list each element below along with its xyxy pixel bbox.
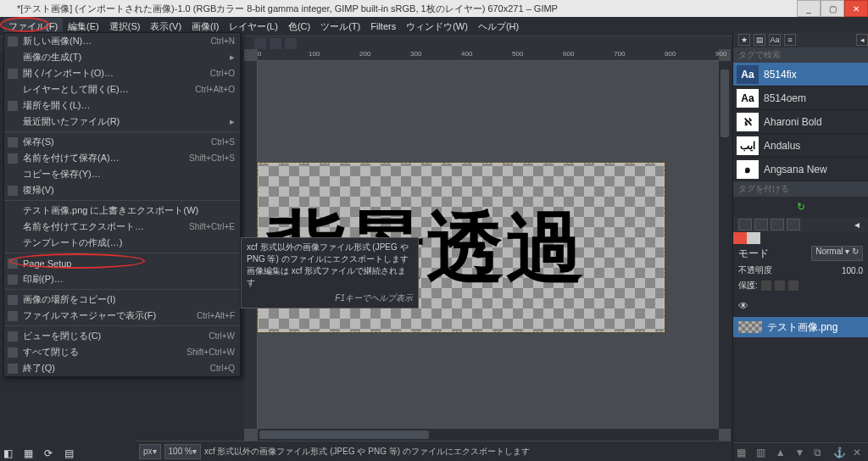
toolbar-icon[interactable] (270, 38, 281, 50)
color-swatches[interactable] (733, 232, 868, 244)
menu-item-icon (8, 275, 18, 285)
font-preview: ℵ (737, 113, 759, 131)
opacity-value[interactable]: 100.0 (842, 266, 863, 275)
lock-alpha-icon[interactable] (788, 280, 798, 291)
menu-item-shortcut: Shift+Ctrl+E (189, 222, 235, 231)
toolbar-icon[interactable] (254, 38, 266, 50)
unit-select[interactable]: px ▾ (139, 444, 161, 459)
tab-icon[interactable]: Aa (769, 34, 781, 46)
menu-item[interactable]: 新しい画像(N)…Ctrl+N (4, 33, 240, 49)
duplicate-layer-icon[interactable]: ⧉ (814, 447, 826, 458)
layer-item[interactable]: テスト画像.png (733, 317, 868, 337)
tab-icon[interactable]: ★ (738, 34, 750, 46)
menu-item[interactable]: 復帰(V) (4, 182, 240, 198)
file-menu-dropdown: 新しい画像(N)…Ctrl+N画像の生成(T)▸開く/インポート(O)…Ctrl… (3, 32, 241, 377)
minimize-button[interactable]: _ (797, 0, 821, 17)
scrollbar-vertical[interactable] (719, 61, 731, 429)
font-item[interactable]: Aa8514fix (733, 63, 868, 86)
menu-ツール[interactable]: ツール(T) (315, 18, 365, 36)
merge-layer-icon[interactable]: ⚓ (833, 447, 845, 458)
menu-item[interactable]: 最近開いたファイル(R)▸ (4, 114, 240, 130)
font-preview: ايب (737, 136, 759, 155)
menu-item-icon (8, 331, 18, 342)
font-preview: Aa (737, 89, 759, 108)
menu-filters[interactable]: Filters (365, 19, 401, 34)
submenu-arrow-icon: ▸ (230, 52, 235, 63)
menu-item-icon (8, 347, 18, 358)
mode-select[interactable]: Normal ▾ ↻ (811, 246, 863, 261)
tag-add[interactable]: タグを付ける (733, 181, 868, 197)
menu-item[interactable]: 場所を開く(L)… (4, 97, 240, 114)
font-preview: Aa (737, 65, 759, 84)
close-button[interactable]: ✕ (844, 0, 868, 17)
maximize-button[interactable]: ▢ (821, 0, 844, 17)
menu-item[interactable]: ビューを閉じる(C)Ctrl+W (4, 328, 240, 344)
font-item[interactable]: ايبAndalus (733, 134, 868, 158)
layer-group-icon[interactable]: ▥ (756, 447, 768, 458)
lower-layer-icon[interactable]: ▼ (794, 447, 806, 458)
menu-item[interactable]: Page Setup (4, 255, 240, 271)
font-item[interactable]: ๑Angsana New (733, 158, 868, 181)
layer-buttons: ▦ ▥ ▲ ▼ ⧉ ⚓ ✕ (733, 442, 868, 461)
tool-icon[interactable]: ◧ (3, 447, 15, 459)
tab-paths-icon[interactable] (771, 219, 784, 230)
protect-label: 保護: (738, 280, 758, 292)
menu-item-label: 終了(Q) (23, 362, 55, 375)
tool-icon[interactable]: ▤ (64, 447, 76, 459)
menu-item[interactable]: コピーを保存(Y)… (4, 166, 240, 182)
menu-item-label: Page Setup (23, 258, 72, 269)
menu-item[interactable]: 画像の生成(T)▸ (4, 49, 240, 65)
menu-item-shortcut: Ctrl+W (209, 331, 235, 341)
layer-list[interactable]: 👁 テスト画像.png (733, 293, 868, 442)
menu-item[interactable]: 名前を付けて保存(A)…Shift+Ctrl+S (4, 150, 240, 166)
menu-item-icon (8, 36, 18, 47)
font-item[interactable]: ℵAharoni Bold (733, 110, 868, 134)
font-item[interactable]: Aa8514oem (733, 86, 868, 110)
menu-item-label: 新しい画像(N)… (23, 35, 92, 47)
menu-item[interactable]: 終了(Q)Ctrl+Q (4, 360, 240, 376)
status-message: xcf 形式以外の画像ファイル形式 (JPEG や PNG 等) のファイルにエ… (204, 446, 530, 458)
tab-menu-icon[interactable]: ◂ (856, 34, 868, 46)
menu-item[interactable]: ファイルマネージャーで表示(F)Ctrl+Alt+F (4, 308, 240, 324)
font-list[interactable]: Aa8514fixAa8514oemℵAharoni BoldايبAndalu… (733, 63, 868, 181)
tab-layers-icon[interactable] (738, 219, 752, 230)
refresh-button[interactable]: ↻ (733, 197, 868, 217)
menu-item-icon (8, 258, 18, 269)
menu-item[interactable]: 印刷(P)… (4, 271, 240, 287)
menu-item-shortcut: Shift+Ctrl+W (186, 347, 235, 357)
scrollbar-horizontal[interactable] (258, 429, 719, 441)
menu-item[interactable]: すべて閉じるShift+Ctrl+W (4, 344, 240, 360)
menu-item[interactable]: レイヤーとして開く(E)…Ctrl+Alt+O (4, 81, 240, 97)
menu-item-icon (8, 186, 18, 196)
tab-icon[interactable]: ≡ (784, 34, 796, 46)
menu-item-label: テスト画像.png に上書きエクスポート(W) (23, 204, 198, 217)
new-layer-icon[interactable]: ▦ (737, 447, 748, 458)
menu-item[interactable]: 保存(S)Ctrl+S (4, 134, 240, 150)
eye-icon[interactable]: 👁 (738, 300, 752, 314)
menu-item[interactable]: 画像の場所をコピー(I) (4, 292, 240, 308)
tag-search[interactable]: タグで検索 (733, 47, 868, 63)
raise-layer-icon[interactable]: ▲ (776, 447, 787, 458)
zoom-select[interactable]: 100 % ▾ (164, 444, 201, 459)
menu-item-icon (8, 153, 18, 164)
tool-icon[interactable]: ▦ (24, 447, 36, 459)
tool-icon[interactable]: ⟳ (44, 447, 56, 459)
opacity-label: 不透明度 (738, 264, 772, 276)
menu-item[interactable]: 開く/インポート(O)…Ctrl+O (4, 65, 240, 81)
lock-pixels-icon[interactable] (761, 280, 771, 291)
layer-item[interactable]: 👁 (733, 297, 868, 317)
font-name: Aharoni Bold (764, 116, 822, 128)
menu-item[interactable]: 名前を付けてエクスポート…Shift+Ctrl+E (4, 219, 240, 235)
delete-layer-icon[interactable]: ✕ (853, 447, 865, 458)
menu-色[interactable]: 色(C) (283, 18, 315, 36)
menu-ウィンドウ[interactable]: ウィンドウ(W) (401, 18, 473, 36)
menu-ヘルプ[interactable]: ヘルプ(H) (473, 18, 524, 36)
tab-undo-icon[interactable] (787, 219, 800, 230)
menu-item[interactable]: テンプレートの作成(…) (4, 235, 240, 251)
tab-channels-icon[interactable] (754, 219, 768, 230)
lock-position-icon[interactable] (775, 280, 785, 291)
tab-menu-icon[interactable]: ◂ (854, 219, 868, 230)
menu-item[interactable]: テスト画像.png に上書きエクスポート(W) (4, 203, 240, 219)
toolbar-icon[interactable] (285, 38, 297, 50)
tab-icon[interactable]: ▤ (754, 34, 765, 46)
